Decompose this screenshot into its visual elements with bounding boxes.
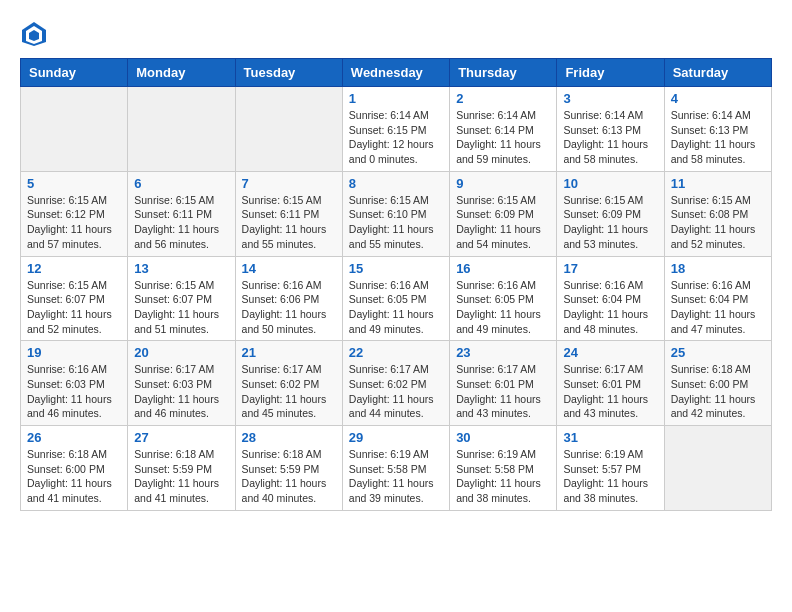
calendar-week-row: 5Sunrise: 6:15 AM Sunset: 6:12 PM Daylig…	[21, 171, 772, 256]
col-header-tuesday: Tuesday	[235, 59, 342, 87]
day-info: Sunrise: 6:16 AM Sunset: 6:05 PM Dayligh…	[456, 278, 550, 337]
calendar-cell: 18Sunrise: 6:16 AM Sunset: 6:04 PM Dayli…	[664, 256, 771, 341]
calendar-cell: 26Sunrise: 6:18 AM Sunset: 6:00 PM Dayli…	[21, 426, 128, 511]
day-number: 30	[456, 430, 550, 445]
calendar-cell: 11Sunrise: 6:15 AM Sunset: 6:08 PM Dayli…	[664, 171, 771, 256]
day-info: Sunrise: 6:15 AM Sunset: 6:09 PM Dayligh…	[456, 193, 550, 252]
calendar-cell: 30Sunrise: 6:19 AM Sunset: 5:58 PM Dayli…	[450, 426, 557, 511]
day-info: Sunrise: 6:17 AM Sunset: 6:01 PM Dayligh…	[563, 362, 657, 421]
calendar-cell: 22Sunrise: 6:17 AM Sunset: 6:02 PM Dayli…	[342, 341, 449, 426]
calendar-cell: 2Sunrise: 6:14 AM Sunset: 6:14 PM Daylig…	[450, 87, 557, 172]
day-number: 3	[563, 91, 657, 106]
calendar-week-row: 1Sunrise: 6:14 AM Sunset: 6:15 PM Daylig…	[21, 87, 772, 172]
day-number: 31	[563, 430, 657, 445]
day-number: 8	[349, 176, 443, 191]
calendar-cell: 17Sunrise: 6:16 AM Sunset: 6:04 PM Dayli…	[557, 256, 664, 341]
calendar-cell: 4Sunrise: 6:14 AM Sunset: 6:13 PM Daylig…	[664, 87, 771, 172]
day-info: Sunrise: 6:15 AM Sunset: 6:08 PM Dayligh…	[671, 193, 765, 252]
day-info: Sunrise: 6:18 AM Sunset: 5:59 PM Dayligh…	[134, 447, 228, 506]
day-number: 28	[242, 430, 336, 445]
day-info: Sunrise: 6:16 AM Sunset: 6:05 PM Dayligh…	[349, 278, 443, 337]
calendar-week-row: 12Sunrise: 6:15 AM Sunset: 6:07 PM Dayli…	[21, 256, 772, 341]
day-number: 9	[456, 176, 550, 191]
day-number: 1	[349, 91, 443, 106]
calendar-cell: 13Sunrise: 6:15 AM Sunset: 6:07 PM Dayli…	[128, 256, 235, 341]
calendar-cell	[128, 87, 235, 172]
calendar-cell	[235, 87, 342, 172]
col-header-thursday: Thursday	[450, 59, 557, 87]
day-number: 24	[563, 345, 657, 360]
calendar-cell	[664, 426, 771, 511]
day-number: 11	[671, 176, 765, 191]
calendar-cell: 9Sunrise: 6:15 AM Sunset: 6:09 PM Daylig…	[450, 171, 557, 256]
day-info: Sunrise: 6:15 AM Sunset: 6:07 PM Dayligh…	[27, 278, 121, 337]
day-number: 15	[349, 261, 443, 276]
day-info: Sunrise: 6:16 AM Sunset: 6:03 PM Dayligh…	[27, 362, 121, 421]
day-info: Sunrise: 6:14 AM Sunset: 6:15 PM Dayligh…	[349, 108, 443, 167]
col-header-wednesday: Wednesday	[342, 59, 449, 87]
day-number: 14	[242, 261, 336, 276]
day-info: Sunrise: 6:14 AM Sunset: 6:14 PM Dayligh…	[456, 108, 550, 167]
col-header-saturday: Saturday	[664, 59, 771, 87]
calendar-cell: 28Sunrise: 6:18 AM Sunset: 5:59 PM Dayli…	[235, 426, 342, 511]
col-header-friday: Friday	[557, 59, 664, 87]
col-header-monday: Monday	[128, 59, 235, 87]
calendar-cell	[21, 87, 128, 172]
logo	[20, 20, 52, 48]
day-number: 23	[456, 345, 550, 360]
calendar-cell: 5Sunrise: 6:15 AM Sunset: 6:12 PM Daylig…	[21, 171, 128, 256]
page-header	[20, 20, 772, 48]
day-number: 7	[242, 176, 336, 191]
calendar-cell: 1Sunrise: 6:14 AM Sunset: 6:15 PM Daylig…	[342, 87, 449, 172]
day-number: 10	[563, 176, 657, 191]
calendar-cell: 24Sunrise: 6:17 AM Sunset: 6:01 PM Dayli…	[557, 341, 664, 426]
calendar-cell: 6Sunrise: 6:15 AM Sunset: 6:11 PM Daylig…	[128, 171, 235, 256]
day-number: 5	[27, 176, 121, 191]
day-number: 18	[671, 261, 765, 276]
calendar-cell: 12Sunrise: 6:15 AM Sunset: 6:07 PM Dayli…	[21, 256, 128, 341]
calendar-cell: 15Sunrise: 6:16 AM Sunset: 6:05 PM Dayli…	[342, 256, 449, 341]
calendar-cell: 7Sunrise: 6:15 AM Sunset: 6:11 PM Daylig…	[235, 171, 342, 256]
calendar-header-row: SundayMondayTuesdayWednesdayThursdayFrid…	[21, 59, 772, 87]
day-number: 2	[456, 91, 550, 106]
day-info: Sunrise: 6:15 AM Sunset: 6:11 PM Dayligh…	[134, 193, 228, 252]
day-number: 4	[671, 91, 765, 106]
day-info: Sunrise: 6:14 AM Sunset: 6:13 PM Dayligh…	[563, 108, 657, 167]
calendar-cell: 16Sunrise: 6:16 AM Sunset: 6:05 PM Dayli…	[450, 256, 557, 341]
day-info: Sunrise: 6:15 AM Sunset: 6:09 PM Dayligh…	[563, 193, 657, 252]
day-number: 16	[456, 261, 550, 276]
day-info: Sunrise: 6:16 AM Sunset: 6:04 PM Dayligh…	[671, 278, 765, 337]
day-info: Sunrise: 6:19 AM Sunset: 5:58 PM Dayligh…	[456, 447, 550, 506]
calendar-cell: 19Sunrise: 6:16 AM Sunset: 6:03 PM Dayli…	[21, 341, 128, 426]
day-number: 13	[134, 261, 228, 276]
calendar-cell: 14Sunrise: 6:16 AM Sunset: 6:06 PM Dayli…	[235, 256, 342, 341]
day-info: Sunrise: 6:19 AM Sunset: 5:57 PM Dayligh…	[563, 447, 657, 506]
calendar-cell: 29Sunrise: 6:19 AM Sunset: 5:58 PM Dayli…	[342, 426, 449, 511]
day-info: Sunrise: 6:18 AM Sunset: 5:59 PM Dayligh…	[242, 447, 336, 506]
col-header-sunday: Sunday	[21, 59, 128, 87]
day-number: 12	[27, 261, 121, 276]
calendar-week-row: 19Sunrise: 6:16 AM Sunset: 6:03 PM Dayli…	[21, 341, 772, 426]
day-number: 6	[134, 176, 228, 191]
day-info: Sunrise: 6:18 AM Sunset: 6:00 PM Dayligh…	[671, 362, 765, 421]
calendar-cell: 21Sunrise: 6:17 AM Sunset: 6:02 PM Dayli…	[235, 341, 342, 426]
day-number: 21	[242, 345, 336, 360]
day-number: 26	[27, 430, 121, 445]
day-info: Sunrise: 6:15 AM Sunset: 6:07 PM Dayligh…	[134, 278, 228, 337]
calendar-cell: 31Sunrise: 6:19 AM Sunset: 5:57 PM Dayli…	[557, 426, 664, 511]
calendar-cell: 27Sunrise: 6:18 AM Sunset: 5:59 PM Dayli…	[128, 426, 235, 511]
day-info: Sunrise: 6:17 AM Sunset: 6:01 PM Dayligh…	[456, 362, 550, 421]
day-number: 17	[563, 261, 657, 276]
day-info: Sunrise: 6:17 AM Sunset: 6:03 PM Dayligh…	[134, 362, 228, 421]
day-info: Sunrise: 6:16 AM Sunset: 6:04 PM Dayligh…	[563, 278, 657, 337]
calendar-cell: 8Sunrise: 6:15 AM Sunset: 6:10 PM Daylig…	[342, 171, 449, 256]
day-info: Sunrise: 6:19 AM Sunset: 5:58 PM Dayligh…	[349, 447, 443, 506]
calendar-cell: 10Sunrise: 6:15 AM Sunset: 6:09 PM Dayli…	[557, 171, 664, 256]
day-number: 29	[349, 430, 443, 445]
day-info: Sunrise: 6:17 AM Sunset: 6:02 PM Dayligh…	[349, 362, 443, 421]
day-number: 20	[134, 345, 228, 360]
day-info: Sunrise: 6:16 AM Sunset: 6:06 PM Dayligh…	[242, 278, 336, 337]
calendar-week-row: 26Sunrise: 6:18 AM Sunset: 6:00 PM Dayli…	[21, 426, 772, 511]
day-number: 22	[349, 345, 443, 360]
logo-icon	[20, 20, 48, 48]
